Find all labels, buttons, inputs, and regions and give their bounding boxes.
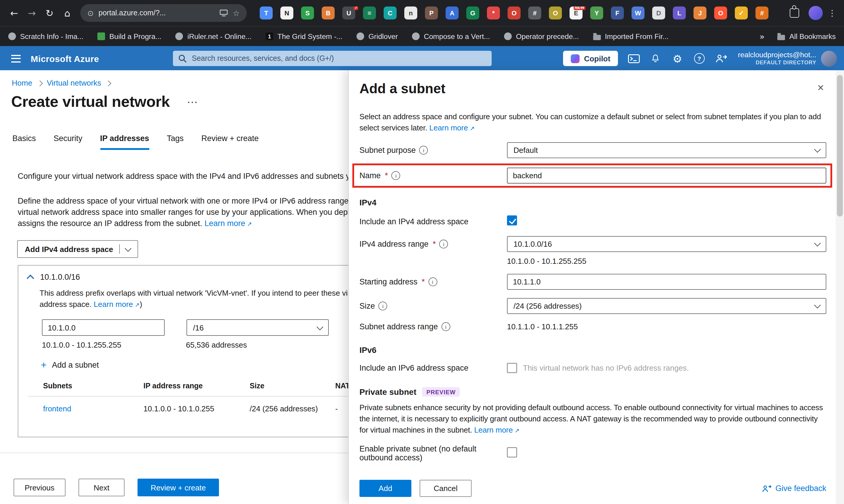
extensions-puzzle-icon[interactable]	[790, 8, 799, 18]
info-icon[interactable]	[439, 240, 448, 249]
info-icon[interactable]	[392, 171, 400, 180]
give-feedback-link[interactable]: Give feedback	[762, 484, 826, 493]
search-input[interactable]	[191, 54, 486, 63]
bookmarks-overflow-icon[interactable]	[759, 32, 765, 41]
brown-tool-extension-icon[interactable]: P	[425, 6, 438, 19]
breadcrumb-home[interactable]: Home	[12, 78, 32, 87]
tab-ip-addresses[interactable]: IP addresses	[100, 134, 149, 150]
orange-j-extension-icon[interactable]: J	[694, 6, 706, 19]
cancel-button[interactable]: Cancel	[420, 480, 471, 497]
subnet-purpose-label: Subnet purpose	[359, 146, 416, 155]
olive-target-extension-icon[interactable]: O	[549, 6, 562, 19]
sheets-extension-icon[interactable]: ≡	[363, 6, 376, 19]
bookmark-star-icon[interactable]	[233, 8, 240, 17]
all-bookmarks-button[interactable]: All Bookmarks	[778, 32, 836, 40]
settings-button[interactable]	[666, 46, 688, 71]
private-subnet-checkbox[interactable]	[507, 447, 517, 457]
hamburger-menu-icon[interactable]	[5, 46, 27, 71]
info-icon[interactable]	[379, 302, 388, 310]
tab-basics[interactable]: Basics	[12, 134, 36, 150]
browser-profile-avatar[interactable]	[809, 6, 823, 20]
reload-icon[interactable]	[41, 5, 58, 21]
starting-address-input[interactable]	[507, 274, 826, 290]
previous-button[interactable]: Previous	[14, 479, 66, 496]
review-create-button[interactable]: Review + create	[138, 479, 219, 496]
site-settings-icon[interactable]	[87, 8, 94, 17]
size-select[interactable]: /24 (256 addresses)	[507, 298, 826, 314]
clipper-extension-icon[interactable]: C	[384, 6, 397, 19]
subnet-name-input[interactable]	[507, 168, 826, 183]
bookmark-label: Compose to a Vert...	[424, 32, 490, 40]
bookmark-item[interactable]: Scratch Info - Ima...	[8, 32, 84, 40]
grid-tool-extension-icon[interactable]: #	[755, 6, 769, 19]
bookmark-item[interactable]: iRuler.net - Online...	[176, 32, 251, 40]
dark-gear-extension-icon[interactable]: #	[528, 6, 541, 19]
close-icon[interactable]	[815, 81, 826, 94]
more-options-button[interactable]	[187, 97, 198, 107]
info-icon[interactable]	[419, 146, 428, 155]
ipv4-range-select[interactable]: 10.1.0.0/16	[507, 236, 826, 252]
account-menu[interactable]: realcloudprojects@hot... DEFAULT DIRECTO…	[738, 51, 816, 66]
tab-review-create[interactable]: Review + create	[201, 134, 258, 150]
page-scrollbar[interactable]	[836, 70, 844, 504]
plant-extension-icon[interactable]: Y	[590, 6, 603, 19]
grammarly-extension-icon[interactable]: G	[466, 6, 479, 19]
bookmark-item[interactable]: Imported From Fir...	[593, 32, 669, 40]
learn-more-link[interactable]: Learn more	[94, 300, 140, 309]
bookmark-item[interactable]: Gridlover	[357, 32, 398, 40]
green-tool-extension-icon[interactable]: S	[301, 6, 314, 19]
help-button[interactable]	[688, 46, 710, 71]
forward-icon[interactable]	[24, 5, 40, 21]
bookmark-item[interactable]: Compose to a Vert...	[412, 32, 490, 40]
subnet-purpose-select[interactable]: Default	[507, 142, 826, 158]
copilot-button[interactable]: Copilot	[563, 51, 618, 66]
azure-brand[interactable]: Microsoft Azure	[31, 53, 99, 64]
notion-extension-icon[interactable]: N	[280, 6, 293, 19]
orange-tool-extension-icon[interactable]: B	[322, 6, 335, 19]
notes-extension-icon[interactable]: n	[404, 6, 417, 19]
bookmark-item[interactable]: Build a Progra...	[98, 32, 161, 40]
address-bar[interactable]: portal.azure.com/?...	[80, 4, 247, 22]
check-tool-extension-icon[interactable]: ✓	[735, 6, 748, 19]
docs-extension-icon[interactable]: D	[652, 6, 665, 19]
tab-security[interactable]: Security	[54, 134, 83, 150]
blocker-extension-icon[interactable]: U7	[342, 6, 355, 19]
bookmark-item[interactable]: The Grid System -...	[266, 32, 342, 40]
notifications-button[interactable]	[645, 46, 666, 71]
feedback-button[interactable]	[710, 46, 732, 71]
global-search[interactable]	[173, 51, 492, 66]
ipv4-include-checkbox[interactable]	[507, 215, 517, 226]
info-icon[interactable]	[442, 322, 450, 331]
learn-more-link[interactable]: Learn more	[474, 426, 520, 434]
back-icon[interactable]	[6, 5, 22, 21]
recorder-extension-icon[interactable]: O	[507, 6, 521, 19]
browser-menu-icon[interactable]	[826, 8, 838, 18]
new-extension-extension-icon[interactable]: ENEW	[570, 6, 582, 19]
save-cast-icon[interactable]	[220, 10, 228, 17]
mask-select[interactable]: /16	[186, 319, 329, 336]
ft-extension-icon[interactable]: F	[611, 6, 624, 19]
translate-extension-icon[interactable]: T	[260, 6, 273, 19]
ipv6-include-checkbox[interactable]	[507, 363, 517, 373]
tab-tags[interactable]: Tags	[167, 134, 183, 150]
learn-more-link[interactable]: Learn more	[429, 123, 475, 132]
opera-extension-icon[interactable]: O	[714, 6, 727, 19]
home-icon[interactable]	[59, 5, 75, 21]
next-button[interactable]: Next	[78, 479, 125, 496]
address-prefix-input[interactable]	[42, 319, 165, 336]
learn-more-link[interactable]: Learn more	[204, 219, 252, 228]
purple-app-extension-icon[interactable]: L	[673, 6, 686, 19]
assistant-extension-icon[interactable]: A	[446, 6, 459, 19]
add-ipv4-address-space-button[interactable]: Add IPv4 address space	[17, 240, 138, 258]
add-button[interactable]: Add	[359, 480, 411, 497]
bookmark-item[interactable]: Operator precede...	[504, 32, 579, 40]
workspace-extension-icon[interactable]: W	[631, 6, 645, 19]
info-icon[interactable]	[428, 277, 437, 286]
subnet-form: Subnet purpose Default Name *	[359, 142, 826, 462]
breadcrumb-virtual-networks[interactable]: Virtual networks	[47, 78, 101, 87]
cloud-shell-button[interactable]	[623, 46, 645, 71]
scrollbar-thumb[interactable]	[837, 75, 843, 217]
subnet-frontend-link[interactable]: frontend	[43, 404, 143, 413]
red-burst-extension-icon[interactable]: *	[487, 6, 500, 19]
account-avatar[interactable]	[821, 51, 837, 66]
